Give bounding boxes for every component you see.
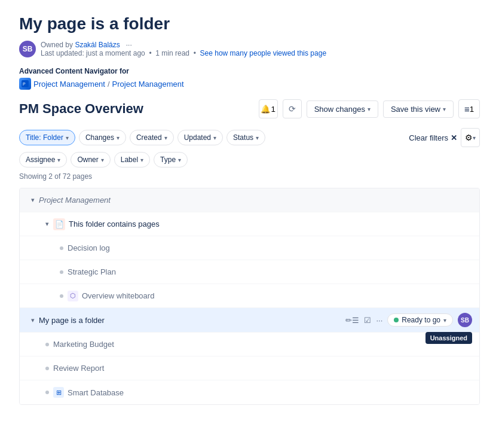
folder1-toggle[interactable]: ▾ — [41, 218, 53, 230]
svg-text:P: P — [23, 82, 26, 86]
meta-text: Owned by Szakál Balázs ··· Last updated:… — [41, 41, 326, 57]
status-label: Status — [233, 133, 253, 142]
filter-lines-icon: ≡ — [464, 104, 470, 114]
bell-badge: 1 — [271, 105, 275, 114]
page-dot — [60, 246, 63, 250]
page-wrapper: My page is a folder SB Owned by Szakál B… — [0, 0, 499, 419]
group2-label: My page is a folder — [39, 316, 345, 325]
db-icon: ⊞ — [53, 387, 64, 398]
unassigned-tooltip: Unassigned — [425, 332, 472, 344]
read-time: 1 min read — [155, 49, 189, 57]
owner-filter[interactable]: Owner ▾ — [71, 152, 110, 167]
page-dot — [60, 270, 63, 274]
clear-filters-close-icon: ✕ — [451, 133, 457, 142]
filter-settings-button[interactable]: ⚙ ▾ — [461, 128, 480, 147]
title-folder-label: Title: Folder — [26, 133, 63, 142]
status-chevron: ▾ — [443, 317, 446, 324]
updated-text: Last updated: just a moment ago — [41, 49, 145, 57]
more-options[interactable]: ··· — [126, 41, 132, 49]
sync-icon: ⟳ — [289, 104, 296, 114]
group1-label: Project Management — [39, 196, 472, 205]
owner-label: Owner — [77, 156, 98, 164]
label-chevron: ▾ — [140, 157, 143, 163]
type-label: Type — [160, 156, 176, 164]
status-text: Ready to go — [402, 316, 440, 324]
changes-filter[interactable]: Changes ▾ — [79, 130, 126, 145]
page-review-report: Review Report — [20, 356, 479, 380]
status-filter[interactable]: Status ▾ — [226, 130, 265, 145]
breadcrumb-item-2[interactable]: Project Management — [112, 80, 184, 89]
owner-name-link[interactable]: Szakál Balázs — [75, 41, 120, 49]
smart-database-label: Smart Database — [68, 388, 472, 397]
marketing-budget-label: Marketing Budget — [53, 340, 472, 349]
updated-chevron: ▾ — [213, 135, 216, 141]
save-view-chevron: ▾ — [443, 106, 446, 112]
page-dot — [45, 367, 49, 370]
group2-toggle[interactable]: ▾ — [27, 314, 39, 326]
created-label: Created — [136, 133, 162, 142]
page-decision-log: Decision log — [20, 236, 479, 260]
strategic-plan-label: Strategic Plan — [68, 267, 472, 276]
filter-icon-button[interactable]: ≡ 1 — [458, 99, 480, 118]
page-strategic-plan: Strategic Plan — [20, 260, 479, 284]
page-marketing-budget: Marketing Budget — [20, 333, 479, 356]
breadcrumb-logo-icon: P — [22, 80, 29, 87]
page-title: My page is a folder — [19, 14, 480, 33]
breadcrumb-separator: / — [108, 80, 110, 89]
page-overview-whiteboard: ⬡ Overview whiteboard — [20, 284, 479, 308]
owned-by-label: Owned by — [41, 41, 73, 49]
sync-button[interactable]: ⟳ — [283, 99, 302, 118]
status-dot — [394, 318, 399, 322]
whiteboard-label: Overview whiteboard — [82, 291, 472, 300]
created-chevron: ▾ — [164, 135, 167, 141]
bell-icon: 🔔 — [261, 105, 271, 114]
save-view-label: Save this view — [391, 105, 440, 114]
page-dot — [45, 391, 49, 394]
group1-toggle[interactable]: ▾ — [27, 194, 39, 206]
assignee-filter[interactable]: Assignee ▾ — [19, 152, 67, 167]
page-dot — [45, 343, 49, 346]
type-chevron: ▾ — [178, 157, 181, 163]
sliders-icon: ⚙ — [465, 133, 473, 142]
created-filter[interactable]: Created ▾ — [130, 130, 174, 145]
status-badge[interactable]: Ready to go ▾ — [387, 313, 453, 327]
filters-row-1: Title: Folder ▾ Changes ▾ Created ▾ Upda… — [19, 128, 480, 147]
assignee-initials: SB — [461, 317, 469, 324]
filter-settings-chevron: ▾ — [473, 135, 476, 141]
updated-label: Updated — [184, 133, 211, 142]
whiteboard-icon: ⬡ — [68, 291, 78, 301]
breadcrumb-item-1[interactable]: Project Management — [33, 80, 105, 89]
showing-text: Showing 2 of 72 pages — [19, 172, 480, 181]
filters-row-2: Assignee ▾ Owner ▾ Label ▾ Type ▾ — [19, 152, 480, 167]
assignee-label: Assignee — [26, 156, 55, 164]
title-folder-filter[interactable]: Title: Folder ▾ — [19, 130, 75, 145]
assignee-avatar[interactable]: SB Unassigned — [458, 313, 472, 327]
views-link[interactable]: See how many people viewed this page — [200, 49, 326, 57]
changes-label: Changes — [85, 133, 114, 142]
filter-badge: 1 — [470, 105, 474, 114]
show-changes-label: Show changes — [314, 105, 365, 114]
label-label: Label — [121, 156, 138, 164]
label-filter[interactable]: Label ▾ — [114, 152, 150, 167]
decision-log-label: Decision log — [68, 243, 472, 252]
breadcrumb-icon: P — [19, 78, 31, 90]
breadcrumb: P Project Management / Project Managemen… — [19, 78, 480, 90]
list-icon[interactable]: ☰ — [352, 316, 359, 325]
type-filter[interactable]: Type ▾ — [154, 152, 188, 167]
toolbar-row: PM Space Overview 🔔 1 ⟳ Show changes ▾ S… — [19, 99, 480, 118]
page-dot — [60, 294, 63, 298]
breadcrumb-section: Advanced Content Navigator for P Project… — [19, 67, 480, 90]
clear-filters-label: Clear filters — [409, 133, 448, 142]
check-icon[interactable]: ☑ — [364, 316, 371, 325]
group-project-management: ▾ Project Management — [20, 188, 479, 212]
review-report-label: Review Report — [53, 364, 472, 373]
clear-filters-button[interactable]: Clear filters ✕ — [409, 133, 457, 142]
show-changes-button[interactable]: Show changes ▾ — [307, 100, 378, 118]
edit-pencil-icon[interactable]: ✏ — [345, 316, 352, 325]
save-view-button[interactable]: Save this view ▾ — [383, 100, 454, 118]
notifications-button[interactable]: 🔔 1 — [259, 99, 278, 118]
updated-filter[interactable]: Updated ▾ — [177, 130, 223, 145]
meta-row: SB Owned by Szakál Balázs ··· Last updat… — [19, 41, 480, 57]
more-icon[interactable]: ··· — [376, 316, 382, 325]
title-folder-chevron: ▾ — [66, 135, 69, 141]
